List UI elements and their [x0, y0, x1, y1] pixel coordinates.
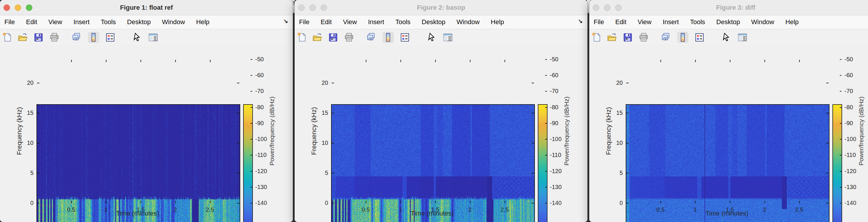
menu-item-desktop[interactable]: Desktop — [716, 18, 740, 26]
save-figure-icon[interactable] — [328, 32, 339, 43]
new-figure-icon[interactable] — [297, 32, 308, 43]
y-tick-mark — [332, 143, 334, 143]
edit-plot-icon[interactable] — [132, 32, 143, 43]
colorbar-tick-label: -70 — [550, 88, 558, 94]
colorbar-tick-mark — [545, 107, 547, 108]
figure-window-3[interactable]: Figure 3: diff FileEditViewInsertToolsDe… — [589, 0, 868, 222]
spectrogram-plot — [626, 104, 830, 222]
property-editor-icon[interactable] — [737, 32, 748, 43]
menu-item-help[interactable]: Help — [196, 18, 209, 26]
menu-item-insert[interactable]: Insert — [368, 18, 384, 26]
save-figure-icon[interactable] — [622, 32, 633, 43]
y-tick-label: 15 — [607, 109, 623, 116]
menu-item-file[interactable]: File — [299, 18, 309, 26]
link-plot-icon[interactable] — [71, 32, 82, 43]
colorbar-tick-label: -50 — [550, 56, 558, 63]
menu-item-insert[interactable]: Insert — [73, 18, 90, 26]
print-figure-icon[interactable] — [638, 32, 649, 43]
y-tick-label: 20 — [607, 79, 623, 86]
colorbar-tick-mark — [545, 155, 547, 156]
colorbar-tick-label: -120 — [550, 168, 562, 174]
figure-canvas: Frequency (kHz) Time (minutes) Power/fre… — [294, 45, 588, 222]
menu-item-tools[interactable]: Tools — [101, 18, 116, 26]
colorbar-tick-mark — [840, 91, 841, 91]
colorbar-tick-mark — [250, 59, 252, 60]
dock-figure-arrow-icon[interactable]: ↘ — [283, 18, 288, 25]
menu-item-help[interactable]: Help — [785, 18, 799, 26]
menu-item-file[interactable]: File — [4, 18, 15, 26]
colorbar-tick-mark — [250, 123, 252, 124]
menu-item-desktop[interactable]: Desktop — [127, 18, 151, 26]
new-figure-icon[interactable] — [2, 32, 13, 43]
property-editor-icon[interactable] — [148, 32, 159, 43]
x-tick-label: 2 — [174, 206, 177, 213]
open-file-icon[interactable] — [312, 32, 323, 43]
y-tick-label: 10 — [607, 139, 623, 146]
y-tick-label: 20 — [312, 79, 328, 86]
insert-legend-icon[interactable] — [399, 32, 410, 43]
insert-colorbar-icon[interactable] — [677, 32, 688, 43]
colorbar-tick-mark — [250, 203, 252, 203]
property-editor-icon[interactable] — [442, 32, 454, 43]
menu-item-view[interactable]: View — [48, 18, 62, 26]
window-title: Figure 2: basop — [294, 0, 588, 15]
colorbar-tick-mark — [840, 123, 841, 124]
colorbar-tick-label: -80 — [844, 104, 853, 110]
x-tick-label: 1.5 — [136, 206, 145, 213]
menu-item-edit[interactable]: Edit — [320, 18, 332, 26]
menu-item-desktop[interactable]: Desktop — [422, 18, 445, 26]
open-file-icon[interactable] — [17, 32, 28, 43]
menu-item-view[interactable]: View — [638, 18, 651, 26]
menu-item-edit[interactable]: Edit — [615, 18, 626, 26]
x-tick-mark-top — [141, 60, 141, 62]
link-plot-icon[interactable] — [660, 32, 672, 43]
y-tick-mark-right — [532, 113, 534, 113]
menu-item-file[interactable]: File — [594, 18, 604, 26]
insert-colorbar-icon[interactable] — [382, 32, 394, 43]
colorbar-tick-label: -120 — [844, 168, 856, 174]
colorbar-tick-label: -120 — [255, 168, 267, 174]
y-tick-mark-right — [826, 173, 829, 173]
edit-plot-icon[interactable] — [721, 32, 732, 43]
edit-plot-icon[interactable] — [426, 32, 437, 43]
titlebar[interactable]: Figure 3: diff — [589, 0, 868, 15]
titlebar[interactable]: Figure 2: basop — [294, 0, 588, 15]
figure-window-1[interactable]: Figure 1: float ref FileEditViewInsertTo… — [0, 0, 293, 222]
menu-item-window[interactable]: Window — [751, 18, 774, 26]
menu-item-edit[interactable]: Edit — [26, 18, 37, 26]
y-tick-label: 5 — [18, 169, 33, 176]
menu-item-view[interactable]: View — [343, 18, 356, 26]
menu-item-tools[interactable]: Tools — [396, 18, 410, 26]
insert-legend-icon[interactable] — [105, 32, 116, 43]
y-tick-mark-right — [826, 143, 829, 143]
insert-colorbar-icon[interactable] — [88, 32, 99, 43]
y-tick-mark-right — [237, 173, 239, 173]
colorbar-tick-label: -130 — [255, 184, 267, 190]
menu-item-insert[interactable]: Insert — [663, 18, 679, 26]
colorbar-tick-label: -100 — [550, 136, 562, 142]
figure-window-2[interactable]: Figure 2: basop FileEditViewInsertToolsD… — [294, 0, 588, 222]
print-figure-icon[interactable] — [343, 32, 354, 43]
menu-item-window[interactable]: Window — [457, 18, 479, 26]
menu-item-window[interactable]: Window — [162, 18, 185, 26]
y-tick-mark-right — [237, 143, 239, 143]
colorbar-tick-mark — [545, 123, 547, 124]
titlebar[interactable]: Figure 1: float ref — [0, 0, 293, 15]
link-plot-icon[interactable] — [366, 32, 377, 43]
menu-item-help[interactable]: Help — [491, 18, 504, 26]
x-tick-mark-top — [695, 60, 696, 62]
figure-toolbar — [294, 29, 588, 46]
menu-item-tools[interactable]: Tools — [690, 18, 705, 26]
dock-figure-arrow-icon[interactable]: ↘ — [578, 18, 583, 25]
colorbar-tick-label: -80 — [255, 104, 264, 110]
save-figure-icon[interactable] — [33, 32, 44, 43]
y-tick-mark — [37, 203, 39, 203]
colorbar-tick-mark — [840, 107, 841, 108]
colorbar-tick-label: -110 — [550, 151, 561, 159]
x-tick-mark — [504, 201, 505, 203]
insert-legend-icon[interactable] — [694, 32, 705, 43]
open-file-icon[interactable] — [606, 32, 618, 43]
print-figure-icon[interactable] — [49, 32, 60, 43]
colorbar-tick-mark — [250, 139, 252, 140]
new-figure-icon[interactable] — [591, 32, 602, 43]
